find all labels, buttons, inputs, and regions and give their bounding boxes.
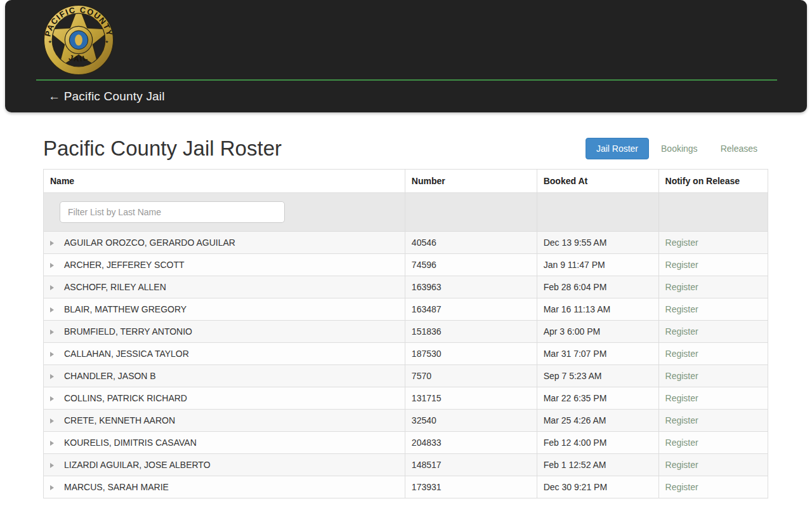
- inmate-name: CRETE, KENNETH AARON: [64, 415, 175, 425]
- booking-number: 187530: [405, 343, 537, 365]
- table-row[interactable]: BLAIR, MATTHEW GREGORY 163487 Mar 16 11:…: [44, 298, 768, 321]
- register-link[interactable]: Register: [665, 371, 698, 381]
- row-expand-icon: [50, 241, 54, 246]
- tab-releases[interactable]: Releases: [710, 138, 768, 159]
- inmate-name: CALLAHAN, JESSICA TAYLOR: [64, 349, 189, 359]
- register-link[interactable]: Register: [665, 304, 698, 314]
- booked-at-time: Apr 3 6:00 PM: [537, 321, 658, 343]
- booking-number: 40546: [405, 232, 537, 254]
- table-row[interactable]: LIZARDI AGUILAR, JOSE ALBERTO 148517 Feb…: [44, 454, 768, 476]
- booked-at-time: Feb 28 6:04 PM: [537, 276, 658, 298]
- booking-number: 204833: [405, 432, 537, 454]
- site-header: ★ ★ PACIFIC COUNTY JAIL ← Pacific County…: [5, 0, 807, 112]
- booking-number: 173931: [405, 476, 537, 498]
- register-link[interactable]: Register: [665, 326, 698, 337]
- table-row[interactable]: CHANDLER, JASON B 7570 Sep 7 5:23 AM Reg…: [44, 365, 768, 387]
- main-content: Pacific County Jail Roster Jail Roster B…: [0, 137, 812, 498]
- register-link[interactable]: Register: [665, 237, 698, 248]
- column-header-number: Number: [405, 170, 537, 193]
- table-row[interactable]: KOURELIS, DIMITRIS CASAVAN 204833 Feb 12…: [44, 432, 768, 454]
- column-header-booked-at: Booked At: [537, 170, 658, 193]
- brand-row: ← Pacific County Jail: [5, 81, 807, 104]
- row-expand-icon: [50, 263, 54, 268]
- booking-number: 74596: [405, 254, 537, 276]
- booked-at-time: Mar 16 11:13 AM: [537, 298, 658, 321]
- register-link[interactable]: Register: [665, 482, 698, 492]
- badge-center-figure: [75, 34, 82, 46]
- register-link[interactable]: Register: [665, 438, 698, 448]
- register-link[interactable]: Register: [665, 282, 698, 292]
- roster-rows: AGUILAR OROZCO, GERARDO AGUILAR 40546 De…: [44, 232, 768, 498]
- booking-number: 151836: [405, 321, 537, 343]
- filter-row: [44, 193, 768, 232]
- row-expand-icon: [50, 285, 54, 290]
- booked-at-time: Mar 31 7:07 PM: [537, 343, 658, 365]
- inmate-name: BLAIR, MATTHEW GREGORY: [64, 304, 187, 314]
- booked-at-time: Feb 12 4:00 PM: [537, 432, 658, 454]
- column-header-notify: Notify on Release: [658, 170, 768, 193]
- booking-number: 32540: [405, 410, 537, 432]
- inmate-name: ARCHER, JEFFEREY SCOTT: [64, 260, 185, 270]
- inmate-name: AGUILAR OROZCO, GERARDO AGUILAR: [64, 237, 235, 248]
- table-row[interactable]: MARCUS, SARAH MARIE 173931 Dec 30 9:21 P…: [44, 476, 768, 498]
- table-row[interactable]: CALLAHAN, JESSICA TAYLOR 187530 Mar 31 7…: [44, 343, 768, 365]
- register-link[interactable]: Register: [665, 460, 698, 470]
- row-expand-icon: [50, 463, 54, 468]
- filter-cell: [44, 193, 405, 232]
- row-expand-icon: [50, 330, 54, 335]
- booking-number: 131715: [405, 387, 537, 410]
- inmate-name: COLLINS, PATRICK RICHARD: [64, 393, 187, 403]
- booked-at-time: Dec 13 9:55 AM: [537, 232, 658, 254]
- title-row: Pacific County Jail Roster Jail Roster B…: [43, 137, 768, 161]
- booked-at-time: Sep 7 5:23 AM: [537, 365, 658, 387]
- table-row[interactable]: COLLINS, PATRICK RICHARD 131715 Mar 22 6…: [44, 387, 768, 410]
- booking-number: 148517: [405, 454, 537, 476]
- table-row[interactable]: ARCHER, JEFFEREY SCOTT 74596 Jan 9 11:47…: [44, 254, 768, 276]
- jail-badge-logo: ★ ★ PACIFIC COUNTY JAIL: [41, 3, 116, 77]
- inmate-name: LIZARDI AGUILAR, JOSE ALBERTO: [64, 460, 211, 470]
- view-tabs: Jail Roster Bookings Releases: [584, 138, 768, 159]
- column-header-name: Name: [44, 170, 405, 193]
- inmate-name: KOURELIS, DIMITRIS CASAVAN: [64, 438, 197, 448]
- inmate-name: ASCHOFF, RILEY ALLEN: [64, 282, 166, 292]
- booking-number: 163487: [405, 298, 537, 321]
- row-expand-icon: [50, 374, 54, 379]
- row-expand-icon: [50, 352, 54, 357]
- table-header-row: Name Number Booked At Notify on Release: [44, 170, 768, 193]
- roster-table: Name Number Booked At Notify on Release …: [43, 169, 768, 498]
- booked-at-time: Jan 9 11:47 PM: [537, 254, 658, 276]
- register-link[interactable]: Register: [665, 349, 698, 359]
- booked-at-time: Mar 22 6:35 PM: [537, 387, 658, 410]
- register-link[interactable]: Register: [665, 393, 698, 403]
- register-link[interactable]: Register: [665, 415, 698, 425]
- badge-ring-star-left: ★: [48, 39, 52, 44]
- table-row[interactable]: CRETE, KENNETH AARON 32540 Mar 25 4:26 A…: [44, 410, 768, 432]
- header-badge-section: ★ ★ PACIFIC COUNTY JAIL: [36, 0, 777, 81]
- tab-bookings[interactable]: Bookings: [650, 138, 709, 159]
- inmate-name: BRUMFIELD, TERRY ANTONIO: [64, 326, 192, 337]
- register-link[interactable]: Register: [665, 260, 698, 270]
- row-expand-icon: [50, 485, 54, 490]
- last-name-filter-input[interactable]: [60, 201, 285, 223]
- back-to-jail-link[interactable]: ← Pacific County Jail: [48, 90, 165, 103]
- table-row[interactable]: AGUILAR OROZCO, GERARDO AGUILAR 40546 De…: [44, 232, 768, 254]
- tab-jail-roster[interactable]: Jail Roster: [586, 138, 649, 159]
- page-title: Pacific County Jail Roster: [43, 137, 282, 161]
- booking-number: 163963: [405, 276, 537, 298]
- booked-at-time: Dec 30 9:21 PM: [537, 476, 658, 498]
- booking-number: 7570: [405, 365, 537, 387]
- table-row[interactable]: BRUMFIELD, TERRY ANTONIO 151836 Apr 3 6:…: [44, 321, 768, 343]
- row-expand-icon: [50, 441, 54, 446]
- inmate-name: CHANDLER, JASON B: [64, 371, 156, 381]
- booked-at-time: Feb 1 12:52 AM: [537, 454, 658, 476]
- badge-ring-star-right: ★: [105, 39, 108, 44]
- inmate-name: MARCUS, SARAH MARIE: [64, 482, 169, 492]
- row-expand-icon: [50, 307, 54, 312]
- row-expand-icon: [50, 418, 54, 424]
- row-expand-icon: [50, 396, 54, 401]
- booked-at-time: Mar 25 4:26 AM: [537, 410, 658, 432]
- table-row[interactable]: ASCHOFF, RILEY ALLEN 163963 Feb 28 6:04 …: [44, 276, 768, 298]
